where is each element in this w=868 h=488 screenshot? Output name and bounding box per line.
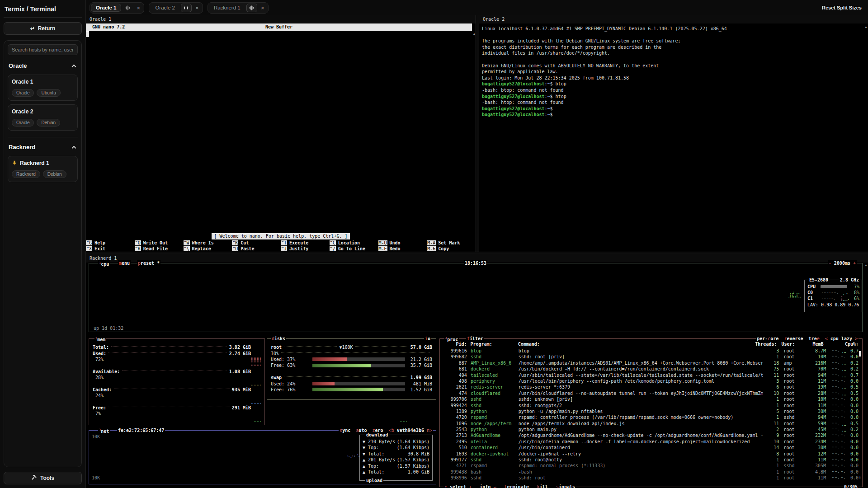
process-row[interactable]: 999424sshdsshd: root@pts/21root11M⠀⠒⠒⠄⠒⠄… (443, 403, 859, 408)
terminal-line: The programs included with the Debian GN… (482, 38, 868, 44)
process-row[interactable]: 681dockerd/usr/bin/dockerd -H fd:// --co… (443, 366, 859, 372)
shortcut-label: Undo (390, 240, 401, 245)
process-row[interactable]: 2621redis-serverredis-server *:63796root… (443, 384, 859, 390)
terminal-line: permitted by applicable law. (482, 69, 868, 75)
reset-split-sizes-button[interactable]: Reset Split Sizes (822, 5, 862, 10)
process-row[interactable]: 999682sshdsshd: root [priv]1root10M⠀⠒⠒⠄⠒… (443, 354, 859, 360)
return-label: Return (38, 25, 56, 32)
cpu-core-box: E5-2680 2.8 GHz CPU 7% C0 ⠐⠒⠒⠒⠒⠄ ⡀⠄ ⣀ 8% (804, 280, 862, 312)
process-row[interactable]: 2495ofelia/usr/bin/ofelia daemon --docke… (443, 439, 859, 445)
process-row[interactable]: 999616btopbtop3root8.7M⠀⠒⠒⠄⢀⣀0.7 (443, 348, 859, 354)
process-row[interactable]: 2543pythonpython main.py2root45M⠀⠒⠒⠄⢀⣀0.… (443, 427, 859, 432)
mem-used-dots: ⣿⣿⣿⡇ (251, 357, 263, 361)
process-row[interactable]: 474cloudflared/usr/bin/cloudflared --no-… (443, 390, 859, 396)
process-row[interactable]: 510containerd/usr/bin/containerd14root30… (443, 445, 859, 450)
tab-oracle-1[interactable]: Oracle 1× (90, 2, 144, 14)
proc-sort-controls[interactable]: per-core reverse tree < cpu lazy > (756, 336, 859, 342)
scroll-up-icon[interactable]: ▲ (864, 25, 868, 28)
split-pane-icon[interactable] (181, 4, 192, 12)
close-tab-icon[interactable]: × (193, 4, 202, 12)
proc-scrollbar[interactable] (859, 351, 861, 357)
btop-monitor[interactable]: 1cpu menu preset * 18:16:53 - 2000ms + u… (86, 263, 868, 488)
mem-graph-dots: ⣀⣀⡀ (254, 418, 263, 422)
shortcut-label: Go To Line (338, 246, 365, 251)
btop-proc-box: 4proc filter per-core reverse tree < cpu… (439, 338, 863, 487)
search-input[interactable] (8, 44, 78, 55)
mem-row-value: 3.82 GiB (229, 345, 251, 350)
host-card[interactable]: Oracle 2OracleDebian (8, 104, 78, 131)
nano-buffer-name: New Buffer (265, 23, 292, 31)
process-row[interactable]: 1389pythonpython -u /app/main.py nftable… (443, 408, 859, 414)
preset-button[interactable]: preset * (137, 260, 160, 266)
process-row[interactable]: 4720rspamdrspamd: controller process (/v… (443, 414, 859, 420)
terminal-pane-racknerd: Racknerd 1 ▲ 1cpu menu preset * 18:16:53… (86, 254, 868, 488)
section-header[interactable]: Oracle (8, 61, 78, 71)
process-row[interactable]: 1096node /apps/termnode /apps/termix-dow… (443, 421, 859, 427)
tab-label[interactable]: Oracle 1 (91, 4, 121, 12)
process-row[interactable]: 999177sshdsshd: root@notty1root11M⠀⠒⠒⠄⠒⠄… (443, 457, 859, 463)
process-row[interactable]: 4721rspamdrspamd: normal process (*:1133… (443, 463, 859, 469)
mem-row-percent: 24% (89, 393, 264, 399)
split-pane-icon[interactable] (246, 4, 257, 12)
tab-racknerd-1[interactable]: Racknerd 1× (208, 2, 269, 14)
tab-label[interactable]: Racknerd 1 (209, 4, 245, 12)
shortcut-key: ^C (330, 240, 336, 245)
section-label: Oracle (9, 62, 27, 69)
process-row[interactable]: 494tailscaled/usr/sbin/tailscaled --stat… (443, 372, 859, 378)
process-count: 0/305 (843, 484, 859, 488)
menu-button[interactable]: menu (118, 260, 131, 266)
process-row[interactable]: 998996sshdsshd: root1root11M⠀⠒⠒⠄⠒⠄0.0 (443, 475, 859, 481)
btop-net-box: 3net fe:e2:72:65:67:47 sync auto zero <b… (89, 430, 436, 484)
clock: 18:16:53 (464, 260, 487, 266)
split-pane-icon[interactable] (122, 4, 133, 12)
filter-button[interactable]: filter (466, 336, 484, 342)
terminal-oracle2[interactable]: Linux localhost 6.1.0-37-amd64 #1 SMP PR… (479, 23, 868, 252)
net-box-label: 3net (98, 427, 110, 433)
shortcut-key: M-E (378, 246, 387, 251)
shortcut-label: Justify (289, 246, 308, 251)
shortcut-key: ^R (135, 246, 141, 251)
terminal-line: Last login: Mon Jul 28 22:15:34 2025 fro… (482, 75, 868, 81)
return-button[interactable]: ↵ Return (4, 22, 82, 35)
close-tab-icon[interactable]: × (258, 4, 267, 12)
terminal-oracle1[interactable]: GNU nano 7.2 New Buffer ▲ [ Welcome to n… (86, 23, 476, 252)
tools-label: Tools (40, 475, 54, 481)
process-row[interactable]: 887AMP_Linux_x86_6/home/amp/.ampdata/ins… (443, 360, 859, 366)
btop-cpu-box: 1cpu menu preset * 18:16:53 - 2000ms + u… (89, 263, 863, 332)
shortcut-label: Copy (438, 246, 449, 251)
section-header[interactable]: Racknerd (8, 142, 78, 152)
terminal-line: bugattiguy527@localhost:~$ btop (482, 81, 868, 87)
host-card[interactable]: Racknerd 1RacknerdDebian (8, 156, 78, 182)
shortcut-key: M-A (427, 240, 436, 245)
tab-oracle-2[interactable]: Oracle 2× (149, 2, 203, 14)
terminal-line: the exact distribution terms for each pr… (482, 44, 868, 51)
process-row[interactable]: 2713AdGuardHome/opt/adguardhome/AdGuardH… (443, 432, 859, 438)
disk-row: Used: 37%21.2 GiB (267, 357, 436, 362)
disk-row: Used: 24%481 MiB (267, 380, 436, 386)
tab-label[interactable]: Oracle 2 (150, 4, 179, 12)
host-card[interactable]: Oracle 1OracleUbuntu (8, 75, 78, 101)
tools-button[interactable]: Tools (4, 472, 82, 484)
process-row[interactable]: 999706sshdsshd: unknown [priv]1root10M⠀⠒… (443, 396, 859, 402)
process-row[interactable]: 498periphery/usr/local/bin/periphery --c… (443, 378, 859, 384)
scroll-up-icon[interactable]: ▲ (864, 263, 868, 267)
nano-shortcut: ^JJustify (281, 246, 330, 252)
scroll-up-icon[interactable]: ▲ (473, 31, 475, 38)
host-section-oracle: OracleOracle 1OracleUbuntuOracle 2Oracle… (8, 58, 78, 131)
proc-header-row: Pid: Program: Command: Threads: User: Me… (443, 342, 859, 347)
vertical-split-handle[interactable] (476, 15, 479, 252)
terminal-line: bugattiguy527@localhost:~$ htop (482, 94, 868, 100)
process-row[interactable]: 1693docker-ipv6nat/docker-ipv6nat --retr… (443, 451, 859, 457)
close-tab-icon[interactable]: × (134, 4, 143, 12)
scroll-down-icon[interactable]: ↓ (859, 474, 861, 479)
nano-shortcut: M-ERedo (378, 246, 427, 252)
update-interval-control[interactable]: - 2000ms + (828, 260, 857, 266)
host-tags: OracleDebian (12, 119, 74, 127)
nano-shortcut: ^\Replace (184, 246, 232, 252)
shortcut-label: Execute (289, 240, 308, 245)
shortcut-label: Set Mark (438, 240, 460, 245)
shortcut-key: M-U (378, 240, 387, 245)
nano-titlebar: GNU nano 7.2 New Buffer (86, 23, 472, 31)
cpu-graph-dots: ⣸⣧⣼⣀ (788, 293, 801, 298)
process-row[interactable]: 999438bash-bash1root4.8M⠀⠒⠒⠄⠒⠄0.0 (443, 469, 859, 475)
